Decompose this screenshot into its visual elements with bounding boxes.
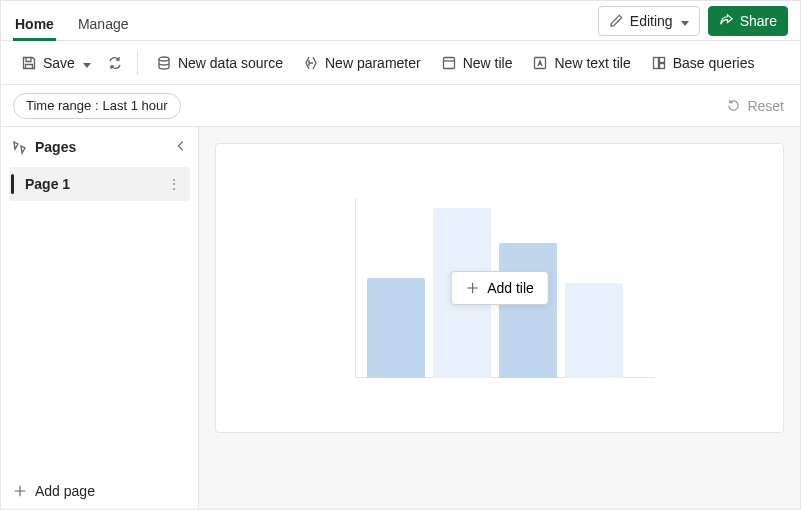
toolbar: Save New data source New parameter New t… <box>1 41 800 85</box>
pages-header: Pages <box>1 127 198 167</box>
chart-bar <box>565 283 623 378</box>
chevron-left-icon <box>174 139 188 153</box>
svg-rect-2 <box>535 57 546 68</box>
svg-rect-5 <box>659 63 664 68</box>
refresh-icon <box>107 55 123 71</box>
pages-icon <box>11 139 27 155</box>
add-tile-button[interactable]: Add tile <box>450 271 549 305</box>
page-item-label: Page 1 <box>25 176 167 192</box>
new-data-source-label: New data source <box>178 55 283 71</box>
reset-icon <box>726 98 741 113</box>
plus-icon <box>13 484 27 498</box>
pages-sidebar: Pages Page 1 ⋮ Add page <box>1 127 199 510</box>
parameter-icon <box>303 55 319 71</box>
toolbar-divider <box>137 51 138 75</box>
refresh-button[interactable] <box>103 47 127 79</box>
save-icon <box>21 55 37 71</box>
svg-rect-1 <box>443 57 454 68</box>
chart-bar <box>499 243 557 378</box>
collapse-sidebar-button[interactable] <box>174 139 188 156</box>
database-icon <box>156 55 172 71</box>
time-range-value: Last 1 hour <box>103 98 168 113</box>
main-area: Pages Page 1 ⋮ Add page Add tile <box>1 127 800 510</box>
header-tabs: Home Manage <box>13 1 131 40</box>
pencil-icon <box>609 13 624 28</box>
chart-axis-y <box>355 198 356 378</box>
time-range-label: Time range : <box>26 98 99 113</box>
dashboard-canvas[interactable]: Add tile <box>215 143 784 433</box>
svg-point-0 <box>159 57 169 61</box>
plus-icon <box>465 281 479 295</box>
new-tile-button[interactable]: New tile <box>433 47 521 79</box>
tab-manage[interactable]: Manage <box>76 6 131 40</box>
pages-title: Pages <box>35 139 166 155</box>
save-button[interactable]: Save <box>13 47 99 79</box>
add-tile-label: Add tile <box>487 280 534 296</box>
canvas-area: Add tile <box>199 127 800 510</box>
text-tile-icon <box>532 55 548 71</box>
filter-bar: Time range : Last 1 hour Reset <box>1 85 800 127</box>
new-parameter-label: New parameter <box>325 55 421 71</box>
share-label: Share <box>740 13 777 29</box>
reset-button[interactable]: Reset <box>722 98 788 114</box>
chevron-down-icon <box>679 13 689 29</box>
new-text-tile-label: New text tile <box>554 55 630 71</box>
page-item-more-button[interactable]: ⋮ <box>167 177 182 191</box>
tab-home[interactable]: Home <box>13 6 56 41</box>
page-item[interactable]: Page 1 ⋮ <box>9 167 190 201</box>
page-list: Page 1 ⋮ <box>1 167 198 469</box>
reset-label: Reset <box>747 98 784 114</box>
tile-icon <box>441 55 457 71</box>
new-parameter-button[interactable]: New parameter <box>295 47 429 79</box>
share-icon <box>719 13 734 28</box>
new-tile-label: New tile <box>463 55 513 71</box>
svg-rect-4 <box>659 57 664 62</box>
base-queries-label: Base queries <box>673 55 755 71</box>
chevron-down-icon <box>81 55 91 71</box>
chart-bar <box>367 278 425 378</box>
new-data-source-button[interactable]: New data source <box>148 47 291 79</box>
time-range-pill[interactable]: Time range : Last 1 hour <box>13 93 181 119</box>
svg-rect-3 <box>653 57 658 68</box>
base-queries-button[interactable]: Base queries <box>643 47 763 79</box>
header-tab-row: Home Manage Editing Share <box>1 1 800 41</box>
base-queries-icon <box>651 55 667 71</box>
add-page-button[interactable]: Add page <box>1 469 198 510</box>
save-label: Save <box>43 55 75 71</box>
editing-mode-label: Editing <box>630 13 673 29</box>
editing-mode-button[interactable]: Editing <box>598 6 700 36</box>
new-text-tile-button[interactable]: New text tile <box>524 47 638 79</box>
add-page-label: Add page <box>35 483 95 499</box>
share-button[interactable]: Share <box>708 6 788 36</box>
